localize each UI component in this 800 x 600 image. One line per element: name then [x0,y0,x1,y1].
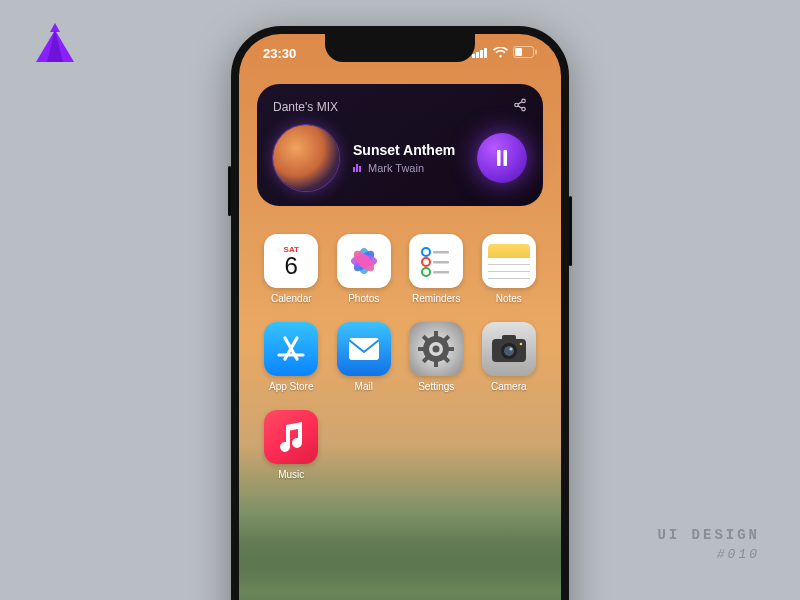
svg-rect-31 [433,261,449,264]
reminders-icon [409,234,463,288]
widget-playlist-name: Dante's MIX [273,100,338,114]
svg-point-52 [504,346,514,356]
app-label: Camera [491,381,527,392]
notes-icon [482,234,536,288]
wallpaper-hills [239,538,561,600]
caption-title: UI DESIGN [657,527,760,543]
share-icon[interactable] [513,98,527,115]
svg-rect-9 [535,49,537,54]
wifi-icon [493,46,508,61]
svg-point-30 [422,258,430,266]
app-label: Reminders [412,293,460,304]
svg-rect-43 [434,360,438,367]
svg-rect-6 [484,48,487,58]
svg-rect-18 [497,150,501,166]
app-reminders[interactable]: Reminders [404,234,469,304]
svg-rect-29 [433,251,449,254]
svg-rect-37 [349,338,379,360]
phone-frame: 23:30 Dante's MIX [231,26,569,600]
camera-icon [482,322,536,376]
svg-rect-19 [504,150,508,166]
app-calendar[interactable]: SAT 6 Calendar [259,234,324,304]
svg-rect-3 [472,54,475,58]
music-icon [264,410,318,464]
svg-line-14 [518,106,522,108]
app-music[interactable]: Music [259,410,324,480]
app-camera[interactable]: Camera [477,322,542,392]
app-appstore[interactable]: App Store [259,322,324,392]
svg-line-13 [518,102,522,104]
phone-screen: 23:30 Dante's MIX [239,34,561,600]
svg-rect-39 [434,331,438,338]
svg-point-10 [522,99,526,103]
app-label: Settings [418,381,454,392]
svg-rect-5 [480,50,483,58]
svg-rect-4 [476,52,479,58]
brand-logo [30,20,80,68]
mail-icon [337,322,391,376]
app-label: Calendar [271,293,312,304]
track-artist: Mark Twain [353,162,463,174]
photos-icon [337,234,391,288]
pause-button[interactable] [477,133,527,183]
svg-point-53 [509,347,512,350]
svg-point-32 [422,268,430,276]
svg-point-12 [522,107,526,111]
track-title: Sunset Anthem [353,142,463,158]
app-settings[interactable]: Settings [404,322,469,392]
svg-rect-17 [359,166,361,172]
caption-number: #010 [657,547,760,562]
app-mail[interactable]: Mail [332,322,397,392]
notch [325,34,475,62]
status-time: 23:30 [263,46,296,61]
svg-rect-50 [502,335,516,341]
app-label: Photos [348,293,379,304]
pause-icon [495,150,509,166]
app-photos[interactable]: Photos [332,234,397,304]
svg-point-48 [433,346,440,353]
svg-rect-16 [356,164,358,172]
svg-point-54 [519,343,522,346]
track-artist-name: Mark Twain [368,162,424,174]
page-caption: UI DESIGN #010 [657,527,760,562]
app-notes[interactable]: Notes [477,234,542,304]
app-grid: SAT 6 Calendar [259,234,541,480]
app-label: Mail [355,381,373,392]
svg-point-11 [515,103,519,107]
calendar-icon: SAT 6 [264,234,318,288]
app-label: Music [278,469,304,480]
app-label: App Store [269,381,313,392]
app-label: Notes [496,293,522,304]
calendar-day: 6 [285,254,298,278]
album-art [273,125,339,191]
svg-rect-45 [418,347,425,351]
svg-rect-41 [447,347,454,351]
svg-rect-15 [353,167,355,172]
equalizer-icon [353,162,363,174]
settings-icon [409,322,463,376]
svg-rect-33 [433,271,449,274]
music-widget[interactable]: Dante's MIX Sunset Anthem Mark Twain [257,84,543,206]
svg-rect-8 [515,48,522,56]
svg-point-28 [422,248,430,256]
appstore-icon [264,322,318,376]
battery-icon [513,46,537,61]
